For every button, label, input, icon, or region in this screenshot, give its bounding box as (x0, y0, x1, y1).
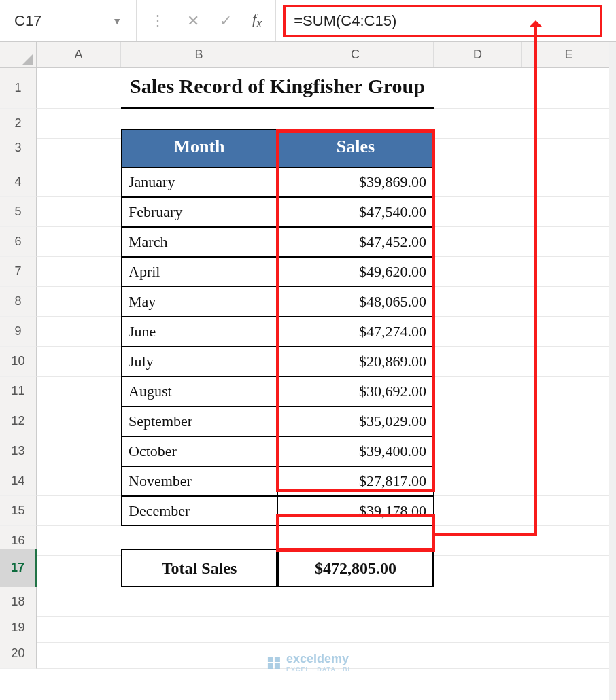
row-header[interactable]: 8 (0, 287, 37, 317)
sales-cell[interactable]: $30,692.00 (277, 377, 434, 406)
col-header-D[interactable]: D (434, 42, 522, 67)
cell[interactable] (434, 406, 522, 436)
cell[interactable] (37, 496, 121, 526)
cell[interactable] (37, 197, 121, 227)
cell[interactable] (37, 167, 121, 197)
month-cell[interactable]: December (121, 496, 277, 526)
cell[interactable] (37, 377, 121, 406)
cell[interactable] (434, 347, 522, 377)
cell[interactable] (522, 317, 616, 347)
cell[interactable] (434, 227, 522, 257)
row-header[interactable]: 6 (0, 227, 37, 257)
sales-cell[interactable]: $20,869.00 (277, 347, 434, 377)
total-label-cell[interactable]: Total Sales (121, 549, 277, 587)
sales-cell[interactable]: $49,620.00 (277, 257, 434, 287)
sales-cell[interactable]: $48,065.00 (277, 287, 434, 317)
cell[interactable] (37, 406, 121, 436)
cell[interactable] (121, 639, 277, 669)
spreadsheet-grid[interactable]: A B C D E 1 Sales Record of Kingfisher G… (0, 42, 616, 665)
row-header[interactable]: 9 (0, 317, 37, 347)
row-header[interactable]: 10 (0, 347, 37, 377)
chevron-down-icon[interactable]: ▼ (112, 16, 122, 27)
row-header[interactable]: 12 (0, 406, 37, 436)
col-header-E[interactable]: E (522, 42, 616, 67)
total-value-cell[interactable]: $472,805.00 (277, 549, 434, 587)
cell[interactable] (522, 436, 616, 466)
month-cell[interactable]: February (121, 197, 277, 227)
cell[interactable] (37, 287, 121, 317)
cancel-icon[interactable]: ✕ (187, 12, 199, 30)
cell[interactable] (434, 436, 522, 466)
row-header[interactable]: 3 (0, 129, 37, 167)
cell[interactable] (434, 639, 522, 669)
cell[interactable] (434, 377, 522, 406)
cell[interactable] (37, 347, 121, 377)
cell[interactable] (522, 549, 616, 587)
cell[interactable] (522, 347, 616, 377)
month-cell[interactable]: October (121, 436, 277, 466)
cell[interactable] (522, 406, 616, 436)
cell[interactable] (37, 227, 121, 257)
cell[interactable] (434, 317, 522, 347)
row-header[interactable]: 20 (0, 639, 37, 669)
row-header[interactable]: 15 (0, 496, 37, 526)
table-header-sales[interactable]: Sales (277, 129, 434, 167)
cell[interactable] (522, 377, 616, 406)
month-cell[interactable]: July (121, 347, 277, 377)
cell[interactable] (522, 287, 616, 317)
cell[interactable] (37, 129, 121, 167)
month-cell[interactable]: April (121, 257, 277, 287)
scrollbar-vertical[interactable] (609, 42, 616, 700)
month-cell[interactable]: January (121, 167, 277, 197)
cell[interactable] (522, 129, 616, 167)
row-header[interactable]: 7 (0, 257, 37, 287)
cell[interactable] (522, 466, 616, 496)
enter-icon[interactable]: ✓ (220, 12, 232, 30)
sales-cell[interactable]: $47,540.00 (277, 197, 434, 227)
sales-cell[interactable]: $47,274.00 (277, 317, 434, 347)
cell[interactable] (522, 197, 616, 227)
col-header-B[interactable]: B (121, 42, 277, 67)
sales-cell[interactable]: $47,452.00 (277, 227, 434, 257)
cell[interactable] (434, 68, 522, 109)
sales-cell[interactable]: $27,817.00 (277, 466, 434, 496)
cell[interactable] (522, 227, 616, 257)
row-header[interactable]: 13 (0, 436, 37, 466)
cell[interactable] (434, 496, 522, 526)
cell[interactable] (37, 466, 121, 496)
select-all-corner[interactable] (0, 42, 37, 67)
cell[interactable] (434, 167, 522, 197)
row-header-selected[interactable]: 17 (0, 549, 37, 587)
cell[interactable] (522, 496, 616, 526)
sales-cell[interactable]: $39,400.00 (277, 436, 434, 466)
cell[interactable] (37, 549, 121, 587)
month-cell[interactable]: March (121, 227, 277, 257)
row-header[interactable]: 5 (0, 197, 37, 227)
col-header-C[interactable]: C (277, 42, 434, 67)
cell[interactable] (522, 167, 616, 197)
month-cell[interactable]: November (121, 466, 277, 496)
month-cell[interactable]: September (121, 406, 277, 436)
cell[interactable] (37, 68, 121, 109)
cell[interactable] (434, 197, 522, 227)
fx-icon[interactable]: fx (252, 10, 262, 31)
cell[interactable] (522, 68, 616, 109)
sales-cell[interactable]: $39,178.00 (277, 496, 434, 526)
row-header[interactable]: 14 (0, 466, 37, 496)
cell[interactable] (522, 257, 616, 287)
month-cell[interactable]: June (121, 317, 277, 347)
cell[interactable] (434, 257, 522, 287)
row-header[interactable]: 11 (0, 377, 37, 406)
cell[interactable] (434, 466, 522, 496)
formula-input[interactable]: =SUM(C4:C15) (283, 5, 602, 37)
cell[interactable] (434, 287, 522, 317)
col-header-A[interactable]: A (37, 42, 121, 67)
name-box[interactable]: C17 ▼ (7, 5, 129, 37)
table-header-month[interactable]: Month (121, 129, 277, 167)
row-header[interactable]: 4 (0, 167, 37, 197)
title-cell[interactable]: Sales Record of Kingfisher Group (121, 68, 434, 109)
cell[interactable] (37, 639, 121, 669)
cell[interactable] (37, 257, 121, 287)
cell[interactable] (434, 549, 522, 587)
month-cell[interactable]: August (121, 377, 277, 406)
